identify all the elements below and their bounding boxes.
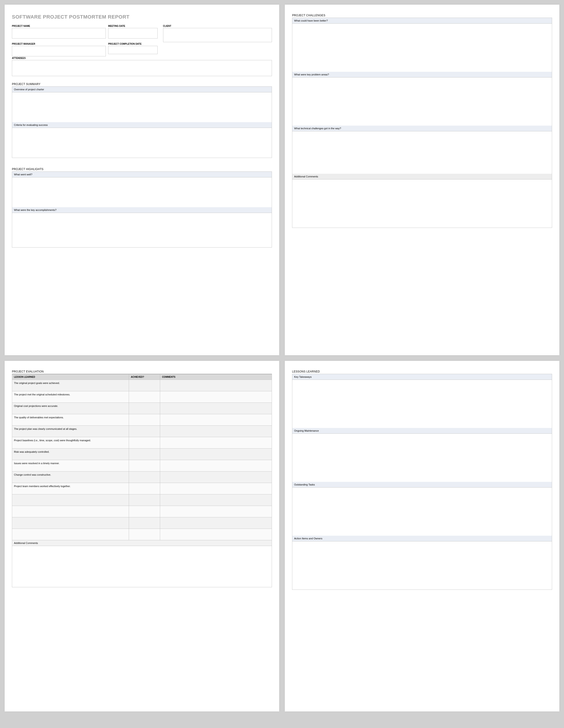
eval-col-achieved: ACHIEVED?	[129, 374, 160, 380]
lessons-learned-heading: LESSONS LEARNED	[292, 370, 552, 374]
eval-comments-cell[interactable]	[160, 391, 272, 403]
eval-achieved-cell[interactable]	[129, 517, 160, 529]
project-manager-label: PROJECT MANAGER	[12, 42, 108, 46]
project-challenges-heading: PROJECT CHALLENGES	[292, 14, 552, 18]
table-row	[12, 529, 272, 540]
eval-col-lesson: LESSON LEARNED	[12, 374, 129, 380]
eval-comments-cell[interactable]	[160, 449, 272, 460]
eval-achieved-cell[interactable]	[129, 426, 160, 437]
project-name-label: PROJECT NAME	[12, 24, 108, 28]
highlights-q1-input[interactable]	[12, 177, 272, 207]
eval-comments-cell[interactable]	[160, 506, 272, 517]
eval-lesson-cell	[12, 494, 129, 506]
table-row: The project met the original scheduled m…	[12, 391, 272, 403]
meeting-date-label: MEETING DATE	[108, 24, 158, 28]
project-evaluation-heading: PROJECT EVALUATION	[12, 370, 272, 374]
project-highlights-heading: PROJECT HIGHLIGHTS	[12, 168, 272, 172]
table-row: Original cost projections were accurate.	[12, 403, 272, 414]
eval-achieved-cell[interactable]	[129, 449, 160, 460]
challenges-q4-label: Additional Comments	[292, 174, 552, 179]
eval-comments-cell[interactable]	[160, 472, 272, 483]
highlights-q1-box: What went well?	[12, 171, 272, 207]
eval-comments-cell[interactable]	[160, 517, 272, 529]
table-row: Risk was adequately controlled.	[12, 449, 272, 460]
eval-achieved-cell[interactable]	[129, 506, 160, 517]
eval-lesson-cell	[12, 506, 129, 517]
challenges-block: What could have been better? What were k…	[292, 18, 552, 228]
eval-additional-input[interactable]	[12, 546, 272, 587]
meta-row-1: PROJECT NAME MEETING DATE CLIENT	[12, 24, 272, 42]
challenges-q4-box: Additional Comments	[292, 174, 552, 228]
lessons-q1-input[interactable]	[292, 380, 552, 428]
table-row	[12, 517, 272, 529]
eval-comments-cell[interactable]	[160, 380, 272, 391]
eval-comments-cell[interactable]	[160, 460, 272, 472]
eval-achieved-cell[interactable]	[129, 414, 160, 426]
highlights-q2-label: What were the key accomplishments?	[12, 207, 272, 213]
summary-q1-label: Overview of project charter	[12, 87, 272, 92]
eval-comments-cell[interactable]	[160, 529, 272, 540]
summary-block: Overview of project charter Criteria for…	[12, 86, 272, 158]
client-input[interactable]	[163, 28, 272, 42]
table-row: Project team members worked effectively …	[12, 483, 272, 494]
challenges-q2-input[interactable]	[292, 77, 552, 126]
lessons-q4-label: Action Items and Owners	[292, 536, 552, 541]
eval-achieved-cell[interactable]	[129, 437, 160, 449]
eval-achieved-cell[interactable]	[129, 460, 160, 472]
eval-comments-cell[interactable]	[160, 494, 272, 506]
lessons-q4-box: Action Items and Owners	[292, 536, 552, 590]
lessons-q2-input[interactable]	[292, 434, 552, 482]
meta-row-2: PROJECT MANAGER PROJECT COMPLETION DATE	[12, 42, 272, 56]
page-3: PROJECT EVALUATION LESSON LEARNED ACHIEV…	[5, 361, 279, 711]
attendees-input[interactable]	[12, 60, 272, 76]
summary-q1-input[interactable]	[12, 92, 272, 122]
eval-comments-cell[interactable]	[160, 403, 272, 414]
eval-achieved-cell[interactable]	[129, 391, 160, 403]
highlights-q2-input[interactable]	[12, 213, 272, 247]
challenges-q3-label: What technical challenges got in the way…	[292, 126, 552, 131]
eval-achieved-cell[interactable]	[129, 472, 160, 483]
eval-lesson-cell: Project baselines (i.e., time, scope, co…	[12, 437, 129, 449]
eval-comments-cell[interactable]	[160, 437, 272, 449]
eval-achieved-cell[interactable]	[129, 494, 160, 506]
eval-lesson-cell: The original project goals were achieved…	[12, 380, 129, 391]
lessons-block: Key Takeaways Ongoing Maintenance Outsta…	[292, 374, 552, 590]
lessons-q4-input[interactable]	[292, 541, 552, 590]
project-summary-heading: PROJECT SUMMARY	[12, 83, 272, 87]
eval-lesson-cell: Issues were resolved in a timely manner.	[12, 460, 129, 472]
eval-comments-cell[interactable]	[160, 483, 272, 494]
eval-lesson-cell: The project met the original scheduled m…	[12, 391, 129, 403]
table-row: Project baselines (i.e., time, scope, co…	[12, 437, 272, 449]
eval-lesson-cell: Risk was adequately controlled.	[12, 449, 129, 460]
eval-achieved-cell[interactable]	[129, 380, 160, 391]
challenges-q1-input[interactable]	[292, 24, 552, 72]
eval-lesson-cell	[12, 517, 129, 529]
completion-date-input[interactable]	[108, 46, 158, 54]
eval-comments-cell[interactable]	[160, 414, 272, 426]
project-manager-input[interactable]	[12, 46, 106, 56]
challenges-q4-input[interactable]	[292, 179, 552, 228]
lessons-q1-box: Key Takeaways	[292, 374, 552, 428]
highlights-q2-box: What were the key accomplishments?	[12, 207, 272, 248]
eval-lesson-cell	[12, 529, 129, 540]
lessons-q3-label: Outstanding Tasks	[292, 482, 552, 488]
lessons-q1-label: Key Takeaways	[292, 374, 552, 380]
project-name-input[interactable]	[12, 28, 106, 39]
challenges-q2-label: What were key problem areas?	[292, 72, 552, 77]
lessons-q3-box: Outstanding Tasks	[292, 482, 552, 536]
challenges-q3-input[interactable]	[292, 131, 552, 174]
page-2: PROJECT CHALLENGES What could have been …	[285, 5, 559, 355]
summary-q2-input[interactable]	[12, 128, 272, 158]
eval-achieved-cell[interactable]	[129, 403, 160, 414]
page-1: SOFTWARE PROJECT POSTMORTEM REPORT PROJE…	[5, 5, 279, 355]
eval-lesson-cell: Project team members worked effectively …	[12, 483, 129, 494]
table-row: The original project goals were achieved…	[12, 380, 272, 391]
eval-achieved-cell[interactable]	[129, 529, 160, 540]
meeting-date-input[interactable]	[108, 28, 158, 39]
eval-achieved-cell[interactable]	[129, 483, 160, 494]
completion-date-label: PROJECT COMPLETION DATE	[108, 42, 158, 46]
table-row: Issues were resolved in a timely manner.	[12, 460, 272, 472]
eval-comments-cell[interactable]	[160, 426, 272, 437]
lessons-q3-input[interactable]	[292, 488, 552, 536]
eval-lesson-cell: Original cost projections were accurate.	[12, 403, 129, 414]
